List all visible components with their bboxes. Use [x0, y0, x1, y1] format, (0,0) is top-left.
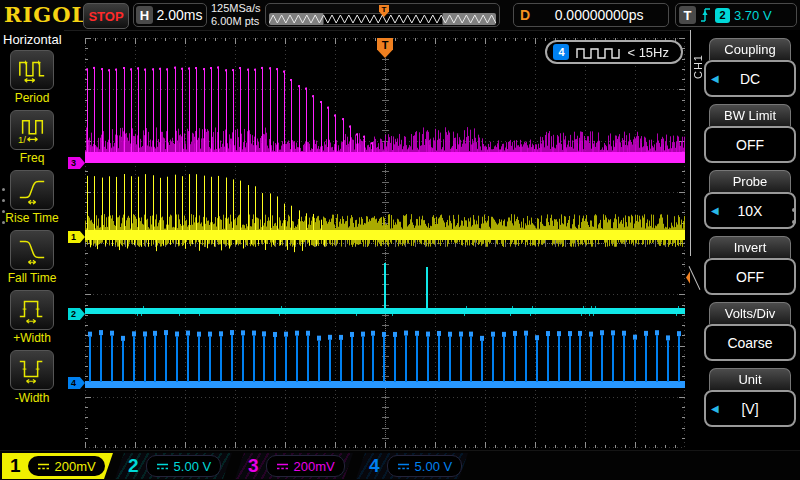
- ch4-scale-value: 5.00 V: [415, 459, 453, 474]
- menu-page-dots: [2, 188, 5, 224]
- sample-rate: 125MSa/s: [211, 2, 261, 15]
- menu-tab-diagonal: [689, 266, 701, 290]
- ch4-scale-box: 5.00 V: [387, 455, 463, 477]
- bw-limit-setting[interactable]: BW Limit OFF: [704, 104, 796, 163]
- horizontal-tag: H: [136, 6, 153, 24]
- dc-coupling-icon: [37, 462, 50, 471]
- invert-setting[interactable]: Invert OFF: [704, 236, 796, 295]
- svg-text:1/: 1/: [18, 135, 26, 145]
- coupling-title: Coupling: [709, 38, 791, 60]
- trigger-tag: T: [679, 6, 696, 24]
- ch1-number: 1: [10, 455, 21, 477]
- trigger-info-box[interactable]: T 2 3.70 V: [675, 3, 797, 27]
- rise-time-button[interactable]: [10, 170, 54, 210]
- left-menu-title: Horizontal: [0, 30, 64, 50]
- volts-div-value: Coarse: [727, 335, 772, 351]
- probe-title: Probe: [709, 170, 791, 192]
- dc-coupling-icon: [276, 462, 289, 471]
- fall-time-button[interactable]: [10, 230, 54, 270]
- plus-width-label: +Width: [13, 331, 51, 345]
- volts-div-title: Volts/Div: [709, 302, 791, 324]
- counter-channel-badge: 4: [553, 44, 569, 60]
- invert-value-button[interactable]: OFF: [704, 258, 796, 295]
- dc-coupling-icon: [156, 462, 169, 471]
- chevron-left-icon: ◀: [711, 73, 719, 84]
- delay-tag: D: [520, 7, 530, 23]
- timebase-value: 2.00ms: [153, 7, 206, 23]
- period-icon: [16, 55, 48, 85]
- menu-item-period: Period: [0, 50, 64, 105]
- ch2-scale-box: 5.00 V: [146, 455, 222, 477]
- square-wave-icon: [576, 46, 620, 59]
- ch3-scale-box: 200mV: [266, 455, 345, 477]
- waveform-memory-preview[interactable]: T: [265, 3, 500, 27]
- ch2-badge[interactable]: 2 5.00 V: [115, 453, 232, 479]
- bw-limit-title: BW Limit: [709, 104, 791, 126]
- dc-coupling-icon: [397, 462, 410, 471]
- top-status-bar: RIGOL STOP H 2.00ms 125MSa/s 6.00M pts T…: [0, 0, 800, 31]
- menu-item-rise-time: Rise Time: [0, 170, 64, 225]
- chevron-left-icon: ◀: [711, 403, 719, 414]
- ch1-scale-value: 200mV: [55, 459, 96, 474]
- rigol-logo: RIGOL: [4, 2, 87, 27]
- minus-width-button[interactable]: [10, 350, 54, 390]
- channel-settings-menu: CH1 Coupling ◀ DC BW Limit OFF Probe ◀ 1…: [690, 30, 800, 450]
- invert-title: Invert: [709, 236, 791, 258]
- coupling-value-button[interactable]: ◀ DC: [704, 60, 796, 97]
- bw-limit-value-button[interactable]: OFF: [704, 126, 796, 163]
- invert-value: OFF: [736, 269, 764, 285]
- rise-time-label: Rise Time: [5, 211, 58, 225]
- fall-time-label: Fall Time: [8, 271, 57, 285]
- rising-edge-icon: [700, 6, 711, 24]
- acquisition-info: 125MSa/s 6.00M pts: [211, 2, 261, 28]
- minus-width-icon: [16, 355, 48, 385]
- ch1-badge[interactable]: 1 200mV: [2, 453, 113, 479]
- unit-title: Unit: [709, 368, 791, 390]
- unit-value: [V]: [741, 401, 758, 417]
- probe-setting[interactable]: Probe ◀ 10X: [704, 170, 796, 229]
- trigger-delay-box[interactable]: D 0.00000000ps: [513, 3, 669, 27]
- ch3-scale-value: 200mV: [294, 459, 335, 474]
- probe-value-button[interactable]: ◀ 10X: [704, 192, 796, 229]
- ch1-position-marker[interactable]: 1: [68, 231, 85, 243]
- ch3-position-marker[interactable]: 3: [68, 157, 85, 169]
- ch4-position-marker[interactable]: 4: [68, 377, 85, 389]
- plus-width-icon: [16, 295, 48, 325]
- volts-div-setting[interactable]: Volts/Div Coarse: [704, 302, 796, 361]
- trigger-source-badge: 2: [715, 8, 730, 23]
- fall-time-icon: [16, 235, 48, 265]
- memory-depth: 6.00M pts: [211, 15, 261, 28]
- ch3-number: 3: [248, 455, 259, 477]
- unit-value-button[interactable]: ◀ [V]: [704, 390, 796, 427]
- plus-width-button[interactable]: [10, 290, 54, 330]
- unit-setting[interactable]: Unit ◀ [V]: [704, 368, 796, 427]
- waveform-canvas: [85, 38, 685, 448]
- ch1-scale-box: 200mV: [28, 456, 105, 476]
- channel-status-bar: 1 200mV 2 5.00 V 3: [0, 450, 800, 480]
- period-label: Period: [15, 91, 50, 105]
- coupling-setting[interactable]: Coupling ◀ DC: [704, 38, 796, 97]
- horizontal-timebase-box[interactable]: H 2.00ms: [133, 3, 207, 27]
- freq-icon: 1/: [16, 115, 48, 145]
- ch4-badge[interactable]: 4 5.00 V: [356, 453, 468, 479]
- volts-div-value-button[interactable]: Coarse: [704, 324, 796, 361]
- ch4-number: 4: [369, 455, 380, 477]
- probe-value: 10X: [738, 203, 763, 219]
- trigger-level-value: 3.70 V: [734, 8, 772, 23]
- active-channel-tab: CH1: [692, 54, 704, 79]
- menu-item-fall-time: Fall Time: [0, 230, 64, 285]
- graticule-display: 3 1 2 4 T T 4 < 15Hz: [85, 38, 685, 448]
- ch2-number: 2: [128, 455, 139, 477]
- menu-item-minus-width: -Width: [0, 350, 64, 405]
- run-state-indicator[interactable]: STOP: [83, 3, 129, 29]
- freq-button[interactable]: 1/: [10, 110, 54, 150]
- chevron-left-icon: ◀: [711, 205, 719, 216]
- menu-tab-line: [690, 30, 691, 256]
- ch2-position-marker[interactable]: 2: [68, 308, 85, 320]
- period-button[interactable]: [10, 50, 54, 90]
- horizontal-measure-menu: Horizontal Period 1/ Freq: [0, 30, 64, 450]
- freq-label: Freq: [20, 151, 45, 165]
- ch3-badge[interactable]: 3 200mV: [235, 453, 353, 479]
- menu-page-dots: [792, 208, 796, 224]
- bw-limit-value: OFF: [736, 137, 764, 153]
